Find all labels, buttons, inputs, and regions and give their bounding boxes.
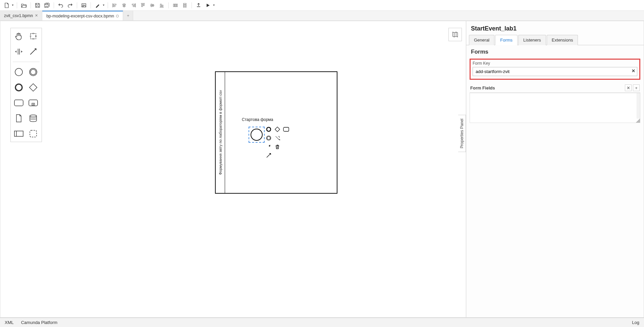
bpmn-pool[interactable]: Формування звіту по лабораторіям в форма… [215,71,337,194]
remove-field-button[interactable]: ✕ [625,84,632,91]
new-tab-button[interactable]: + [123,11,133,20]
svg-rect-13 [30,130,37,137]
minimap-toggle[interactable] [448,28,462,41]
create-intermediate-event[interactable] [27,66,39,78]
pool-label: Формування звіту по лабораторіям в форма… [216,72,225,193]
section-title: Forms [466,45,644,57]
svg-rect-16 [283,127,289,131]
svg-point-5 [31,69,36,75]
toolbar-separator [192,2,192,8]
form-key-group: Form Key ✕ [470,59,640,80]
new-file-button[interactable] [3,1,11,9]
status-bar: XML Camunda Platform Log [0,318,644,327]
bpmn-lane[interactable]: Стартова форма [225,72,337,193]
panel-title: StartEvent_lab1 [466,21,644,35]
panel-tab-forms[interactable]: Forms [495,35,518,45]
distribute-h-button[interactable] [171,1,179,9]
panel-tab-extensions[interactable]: Extensions [547,35,578,45]
properties-panel: StartEvent_lab1 General Forms Listeners … [466,21,644,317]
global-connect-tool[interactable] [27,46,39,58]
space-tool[interactable] [13,46,25,58]
svg-point-6 [15,84,22,91]
context-delete[interactable] [274,143,281,150]
context-annotation[interactable] [274,135,281,141]
create-subprocess[interactable] [27,97,39,109]
undo-button[interactable] [57,1,65,9]
create-task[interactable] [13,97,25,109]
canvas[interactable]: Properties Panel Формування звіту по лаб… [0,21,466,317]
toolbar-separator [31,2,31,8]
context-pad [265,126,289,159]
save-all-button[interactable] [43,1,51,9]
create-data-store[interactable] [27,112,39,124]
save-button[interactable] [34,1,42,9]
dirty-indicator-icon [116,15,119,17]
svg-point-18 [267,137,270,140]
scrollbar[interactable] [637,93,640,119]
context-wrench[interactable] [265,143,272,150]
hand-tool[interactable] [13,30,25,42]
create-data-object[interactable] [13,112,25,124]
toolbar-separator [91,2,91,8]
form-key-label: Form Key [473,61,637,66]
deploy-button[interactable] [195,1,203,9]
status-platform[interactable]: Camunda Platform [21,320,57,325]
palette-separator [13,62,40,62]
svg-rect-8 [14,100,23,106]
toolbar-separator [54,2,54,8]
create-start-event[interactable] [13,66,25,78]
svg-point-1 [83,4,84,5]
color-caret-icon[interactable]: ▼ [102,4,105,7]
panel-tabs: General Forms Listeners Extensions [466,35,644,45]
context-empty [283,135,289,141]
align-right-button[interactable] [129,1,138,9]
new-file-caret-icon[interactable]: ▼ [11,4,14,7]
properties-panel-toggle[interactable]: Properties Panel [458,115,466,152]
context-empty2 [283,143,289,150]
close-icon[interactable]: ✕ [35,13,38,18]
align-center-v-button[interactable] [148,1,156,9]
context-append-gateway[interactable] [274,126,281,133]
form-fields-list[interactable] [470,93,640,123]
align-bottom-button[interactable] [158,1,166,9]
create-end-event[interactable] [13,81,25,93]
create-pool[interactable] [13,128,25,140]
context-connect[interactable] [265,152,272,159]
run-caret-icon[interactable]: ▼ [213,4,215,7]
add-field-button[interactable]: + [633,84,640,91]
align-left-button[interactable] [111,1,119,9]
form-fields-title: Form Fields [470,85,495,90]
distribute-v-button[interactable] [181,1,189,9]
clear-icon[interactable]: ✕ [632,68,635,73]
image-button[interactable] [80,1,88,9]
tab-file-1[interactable]: zvit_csv1.bpmn ✕ [0,11,42,20]
start-event[interactable] [249,127,265,143]
color-button[interactable] [94,1,102,9]
svg-rect-7 [30,84,37,91]
open-file-button[interactable] [20,1,28,9]
svg-rect-0 [82,4,86,7]
svg-rect-15 [275,127,280,132]
toolbar-separator [108,2,108,8]
panel-tab-listeners[interactable]: Listeners [518,35,546,45]
tabs-bar: zvit_csv1.bpmn ✕ bp-modeling-excerpt-csv… [0,11,644,21]
status-log[interactable]: Log [632,320,639,325]
align-top-button[interactable] [139,1,147,9]
form-key-input[interactable] [473,67,637,76]
lasso-tool[interactable] [27,30,39,42]
element-palette [10,28,42,142]
status-xml[interactable]: XML [5,320,14,325]
redo-button[interactable] [66,1,74,9]
context-append-task[interactable] [283,126,289,133]
align-center-h-button[interactable] [120,1,128,9]
start-event-label: Стартова форма [242,117,273,122]
run-button[interactable] [204,1,212,9]
panel-tab-general[interactable]: General [469,35,494,45]
tab-file-2[interactable]: bp-modeling-excerpt-csv-docx.bpmn [42,11,123,20]
form-fields-group: Form Fields ✕ + [470,83,640,123]
resize-handle[interactable] [636,119,640,123]
context-append-intermediate-event[interactable] [265,135,272,141]
create-gateway[interactable] [27,81,39,93]
create-group[interactable] [27,128,39,140]
context-append-end-event[interactable] [265,126,272,133]
